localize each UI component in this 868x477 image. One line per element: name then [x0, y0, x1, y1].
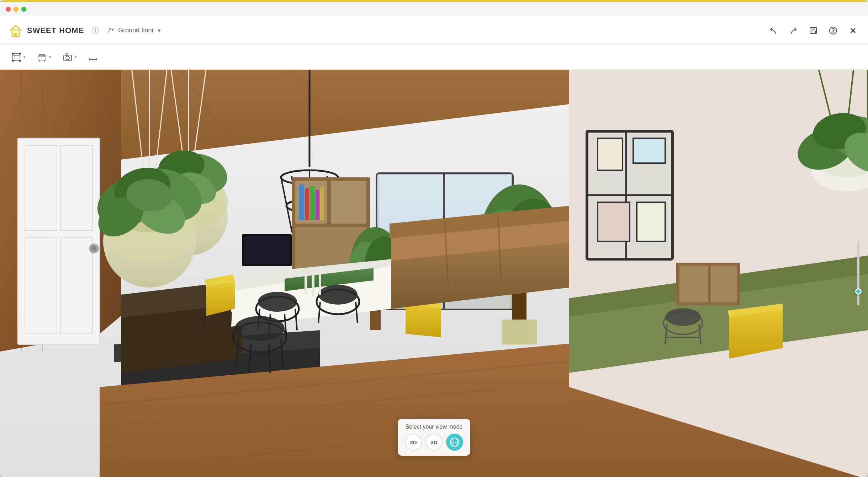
help-icon: [829, 26, 837, 35]
svg-rect-117: [502, 320, 537, 344]
save-icon: [809, 26, 817, 35]
svg-point-45: [91, 246, 97, 251]
undo-button[interactable]: [767, 24, 780, 37]
svg-point-15: [19, 60, 21, 61]
floor-label: Ground floor: [118, 27, 154, 34]
svg-point-138: [235, 316, 285, 341]
svg-rect-156: [598, 138, 623, 170]
redo-icon: [789, 26, 798, 35]
svg-rect-11: [13, 54, 20, 61]
svg-rect-157: [633, 138, 665, 163]
zoom-thumb[interactable]: [855, 288, 862, 295]
svg-rect-16: [38, 56, 46, 60]
svg-rect-159: [637, 202, 665, 241]
svg-point-8: [833, 32, 833, 32]
furniture-tool-dropdown: ▾: [49, 55, 51, 59]
svg-rect-98: [244, 236, 290, 264]
svg-point-2: [110, 28, 111, 29]
header-actions: [767, 24, 859, 37]
svg-rect-1: [14, 33, 17, 36]
app-header: SWEET HOME i Ground floor ▼: [0, 16, 868, 45]
svg-rect-6: [811, 31, 815, 33]
svg-rect-158: [598, 202, 630, 241]
furniture-icon: [37, 52, 47, 62]
camera-tool-dropdown: ▾: [75, 55, 77, 59]
svg-rect-5: [811, 27, 815, 30]
svg-rect-174: [679, 266, 708, 302]
svg-point-13: [19, 53, 21, 54]
undo-icon: [769, 26, 778, 35]
svg-point-12: [12, 53, 14, 54]
measure-tool-button[interactable]: [84, 49, 102, 65]
svg-rect-175: [711, 266, 737, 302]
vr-icon: [450, 437, 460, 447]
measure-icon: [88, 52, 98, 62]
help-button[interactable]: [827, 24, 840, 37]
redo-button[interactable]: [787, 24, 800, 37]
svg-line-124: [231, 312, 231, 327]
toolbar: ▾ ▾ ▾: [0, 45, 868, 70]
floor-selector[interactable]: Ground floor ▼: [107, 27, 162, 34]
floor-dropdown-chevron: ▼: [157, 28, 162, 33]
svg-rect-96: [320, 187, 324, 220]
svg-point-3: [112, 29, 113, 30]
select-tool-dropdown: ▾: [23, 55, 26, 59]
svg-point-14: [12, 60, 14, 61]
camera-tool-button[interactable]: ▾: [58, 49, 81, 65]
floor-plan-icon: [107, 27, 115, 34]
zoom-slider[interactable]: [857, 241, 859, 305]
close-icon: [849, 26, 857, 35]
svg-rect-95: [316, 190, 319, 220]
main-3d-view[interactable]: Select your view mode 2D 3D: [0, 70, 868, 477]
close-traffic-light[interactable]: [6, 7, 11, 12]
view-mode-title: Select your view mode: [406, 424, 463, 430]
select-tool-button[interactable]: ▾: [7, 49, 30, 65]
camera-icon: [63, 52, 73, 62]
app-window: SWEET HOME i Ground floor ▼: [0, 0, 868, 477]
svg-rect-94: [310, 186, 315, 220]
svg-point-128: [258, 292, 297, 312]
furniture-tool-button[interactable]: ▾: [33, 49, 55, 65]
window-controls-bar: [0, 2, 868, 16]
view-mode-buttons: 2D 3D: [405, 434, 463, 451]
maximize-traffic-light[interactable]: [21, 7, 26, 12]
view-mode-selector: Select your view mode 2D 3D: [398, 419, 470, 456]
svg-rect-39: [18, 138, 100, 344]
select-icon: [11, 52, 21, 62]
zoom-track: [857, 241, 859, 305]
minimize-traffic-light[interactable]: [14, 7, 18, 12]
svg-rect-93: [305, 188, 309, 220]
close-button[interactable]: [847, 24, 859, 37]
view-3d-button[interactable]: 3D: [425, 434, 443, 451]
svg-rect-22: [66, 54, 68, 55]
app-title: SWEET HOME: [27, 26, 84, 35]
scene-svg: [0, 70, 868, 477]
svg-rect-92: [299, 184, 304, 220]
svg-rect-90: [331, 181, 366, 224]
view-2d-button[interactable]: 2D: [405, 434, 422, 451]
view-vr-button[interactable]: [446, 434, 463, 451]
traffic-lights: [6, 7, 26, 12]
svg-point-177: [665, 308, 701, 326]
svg-rect-17: [39, 55, 45, 56]
info-button[interactable]: i: [92, 27, 99, 34]
home-icon: [9, 23, 23, 38]
app-logo: SWEET HOME i: [9, 23, 99, 38]
save-button[interactable]: [807, 24, 820, 37]
svg-point-134: [318, 285, 358, 305]
svg-point-21: [66, 56, 69, 60]
